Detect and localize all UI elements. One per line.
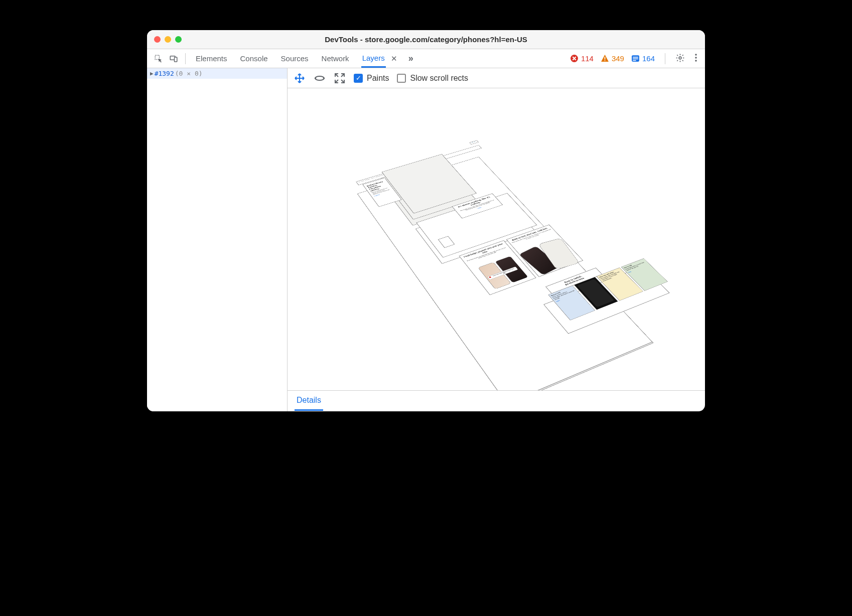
tab-console[interactable]: Console: [239, 50, 269, 67]
more-tabs-icon[interactable]: »: [408, 53, 413, 64]
toolbar-divider: [185, 53, 186, 64]
window-controls: [154, 36, 182, 43]
window-title: DevTools - store.google.com/category/pho…: [147, 35, 705, 44]
paints-label: Paints: [367, 74, 389, 83]
checkbox-checked-icon: ✓: [354, 74, 363, 83]
warning-count[interactable]: 349: [601, 54, 624, 63]
svg-rect-7: [633, 57, 638, 58]
layers-main-pane: ✓ Paints Slow scroll rects G Shop Phones…: [288, 68, 705, 411]
svg-point-11: [695, 54, 697, 56]
error-icon: [570, 54, 579, 63]
close-tab-icon[interactable]: ✕: [391, 54, 397, 63]
issues-count[interactable]: 164: [631, 54, 655, 63]
reset-view-icon[interactable]: [334, 72, 346, 84]
slow-scroll-rects-checkbox[interactable]: Slow scroll rects: [397, 74, 468, 83]
issues-count-value: 164: [642, 54, 655, 63]
svg-point-14: [315, 76, 324, 80]
layers-tree-sidebar[interactable]: ▶ #1392 (0 × 0): [147, 68, 288, 411]
disclosure-triangle-icon[interactable]: ▶: [150, 70, 154, 77]
main-toolbar: Elements Console Sources Network Layers …: [147, 49, 705, 68]
svg-rect-5: [605, 60, 606, 61]
tab-elements[interactable]: Elements: [195, 50, 228, 67]
titlebar: DevTools - store.google.com/category/pho…: [147, 30, 705, 49]
settings-icon[interactable]: [675, 53, 685, 64]
tab-network[interactable]: Network: [321, 50, 350, 67]
device-toolbar-icon[interactable]: [167, 52, 180, 65]
slow-scroll-label: Slow scroll rects: [410, 74, 468, 83]
svg-rect-4: [605, 57, 606, 59]
tab-layers[interactable]: Layers: [361, 50, 386, 68]
devtools-window: DevTools - store.google.com/category/pho…: [147, 30, 705, 411]
inspect-element-icon[interactable]: [152, 52, 165, 65]
error-count[interactable]: 114: [570, 54, 594, 63]
rotate-mode-icon[interactable]: [314, 72, 326, 84]
layer-dimensions: (0 × 0): [175, 70, 203, 77]
tab-sources[interactable]: Sources: [280, 50, 310, 67]
alert-dot-icon: [489, 276, 491, 278]
layers-3d-viewport[interactable]: G Shop Phones Watch Subscriptions Explor…: [288, 88, 705, 390]
layer-tree-row[interactable]: ▶ #1392 (0 × 0): [147, 68, 287, 79]
minimize-window-button[interactable]: [165, 36, 171, 43]
toolbar-divider: [665, 53, 665, 64]
warning-count-value: 349: [612, 54, 624, 63]
details-tab[interactable]: Details: [295, 391, 323, 411]
checkbox-unchecked-icon: [397, 74, 406, 83]
details-pane: Details: [288, 390, 705, 411]
svg-point-12: [695, 57, 697, 59]
panel-body: ▶ #1392 (0 × 0) ✓ Paints: [147, 68, 705, 411]
svg-rect-9: [633, 60, 636, 61]
layers-view-toolbar: ✓ Paints Slow scroll rects: [288, 68, 705, 88]
svg-point-13: [695, 60, 697, 62]
svg-point-10: [679, 57, 681, 59]
zoom-window-button[interactable]: [175, 36, 182, 43]
paints-checkbox[interactable]: ✓ Paints: [354, 74, 389, 83]
panel-tabs: Elements Console Sources Network Layers …: [195, 50, 413, 68]
svg-rect-8: [633, 59, 638, 60]
svg-rect-2: [175, 57, 177, 62]
layers-scene: G Shop Phones Watch Subscriptions Explor…: [352, 142, 705, 390]
close-window-button[interactable]: [154, 36, 161, 43]
toolbar-status: 114 349 164: [570, 53, 700, 64]
issues-icon: [631, 54, 640, 63]
layer-id: #1392: [155, 70, 174, 77]
warning-icon: [601, 54, 609, 63]
navbar-icon-layer[interactable]: 🔍 🛒: [469, 140, 478, 144]
more-options-icon[interactable]: [692, 53, 700, 64]
pan-mode-icon[interactable]: [294, 72, 306, 84]
error-count-value: 114: [581, 54, 594, 63]
